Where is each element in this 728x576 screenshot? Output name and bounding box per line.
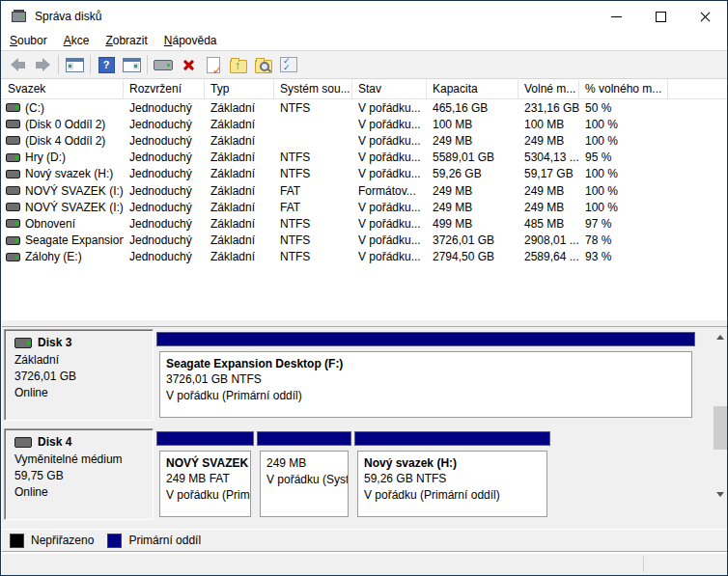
forward-icon	[36, 58, 50, 71]
toolbar-separator	[58, 55, 59, 74]
volume-row[interactable]: (Disk 0 Oddíl 2) Jednoduchý Základní V p…	[2, 116, 728, 132]
partition-status: V pořádku (Primární oddíl)	[364, 487, 546, 504]
partition-color-bar	[156, 332, 695, 346]
scrollbar-thumb[interactable]	[714, 406, 727, 450]
volume-capacity: 249 MB	[427, 201, 518, 214]
volume-name: Hry (D:)	[25, 151, 66, 164]
menu-item[interactable]: Zobrazit	[98, 32, 154, 49]
volume-free-percent: 100 %	[579, 134, 668, 148]
column-header[interactable]: Stav	[352, 80, 427, 98]
legend-swatch	[107, 534, 122, 548]
volume-row[interactable]: (C:) Jednoduchý Základní NTFS V pořádku.…	[2, 99, 728, 116]
partition-title: Nový svazek (H:)	[364, 455, 546, 471]
column-header[interactable]: Typ	[205, 80, 274, 98]
volume-icon	[6, 136, 20, 145]
explore-button[interactable]	[251, 53, 276, 76]
volume-row[interactable]: (Disk 4 Oddíl 2) Jednoduchý Základní V p…	[2, 132, 728, 149]
scroll-down-button[interactable]	[713, 486, 728, 503]
menu-item[interactable]: Soubor	[2, 32, 55, 49]
partition-body: 249 MB V pořádku (Systé	[260, 451, 349, 517]
legend-item: Nepřiřazeno	[10, 534, 107, 548]
disk-management-window: Správa disků Soubor Akce Zobrazit Nápově…	[0, 0, 728, 576]
volume-free-percent: 100 %	[579, 118, 668, 131]
volume-name: (Disk 4 Oddíl 2)	[25, 134, 105, 148]
volume-capacity: 5589,01 GB	[427, 151, 518, 164]
column-header[interactable]: % volného m...	[579, 80, 668, 98]
volume-row[interactable]: Hry (D:) Jednoduchý Základní NTFS V pořá…	[2, 150, 728, 166]
volume-name: (Disk 0 Oddíl 2)	[25, 118, 105, 131]
volume-free: 2589,64 ...	[518, 250, 579, 263]
volume-free: 2908,01 ...	[518, 233, 579, 247]
volume-row[interactable]: Obnovení Jednoduchý Základní NTFS V pořá…	[2, 215, 728, 232]
console-tree-icon	[66, 58, 84, 72]
partition-block[interactable]: NOVÝ SVAZEK 249 MB FAT V pořádku (Prim	[156, 431, 254, 520]
volume-layout: Jednoduchý	[124, 167, 205, 180]
show-console-tree-button[interactable]	[62, 53, 87, 76]
volume-filesystem: NTFS	[274, 151, 352, 164]
column-header[interactable]: Rozvržení	[124, 80, 205, 98]
disk-media-type: Vyměnitelné médium	[14, 452, 153, 468]
volume-status: V pořádku...	[352, 101, 427, 115]
task-list-button[interactable]: ✓✓	[276, 53, 301, 76]
partition-block[interactable]: Nový svazek (H:) 59,26 GB NTFS V pořádku…	[354, 431, 550, 520]
volume-layout: Jednoduchý	[124, 118, 205, 131]
pane-splitter[interactable]	[2, 319, 728, 327]
partition-block[interactable]: 249 MB V pořádku (Systé	[257, 431, 351, 520]
maximize-button[interactable]	[638, 1, 683, 32]
volume-row[interactable]: NOVÝ SVAZEK (I:) Jednoduchý Základní FAT…	[2, 199, 728, 215]
close-button[interactable]	[683, 1, 727, 32]
folder-search-icon	[255, 60, 272, 73]
volume-row[interactable]: Nový svazek (H:) Jednoduchý Základní NTF…	[2, 166, 728, 182]
column-header[interactable]: Volné m...	[518, 80, 579, 98]
partition-status: V pořádku (Systé	[266, 472, 348, 488]
volume-layout: Jednoduchý	[124, 184, 205, 198]
volume-free-percent: 95 %	[579, 151, 668, 164]
volume-type: Základní	[205, 217, 274, 231]
forward-button[interactable]	[30, 53, 55, 76]
volume-row[interactable]: Seagate Expansion... Jednoduchý Základní…	[2, 233, 728, 249]
disk-icon	[14, 437, 32, 448]
check-volume-button[interactable]: ✓	[201, 53, 226, 76]
partition-size-fs: 249 MB FAT	[166, 471, 250, 487]
minimize-icon	[611, 16, 622, 17]
volume-free: 249 MB	[518, 184, 579, 198]
help-button[interactable]: ?	[94, 53, 119, 76]
partition-block[interactable]: Seagate Expansion Desktop (F:) 3726,01 G…	[156, 332, 695, 421]
volume-layout: Jednoduchý	[124, 134, 205, 148]
back-button[interactable]	[5, 53, 30, 76]
delete-button[interactable]	[176, 53, 201, 76]
partition-status: V pořádku (Prim	[166, 487, 250, 504]
minimize-button[interactable]	[594, 1, 638, 32]
legend-label: Nepřiřazeno	[31, 534, 94, 547]
toolbar-separator	[147, 55, 148, 74]
volume-row[interactable]: NOVÝ SVAZEK (I:) Jednoduchý Základní FAT…	[2, 182, 728, 199]
volume-capacity: 3726,01 GB	[427, 233, 518, 247]
menu-item[interactable]: Nápověda	[156, 32, 225, 49]
volume-type: Základní	[205, 201, 274, 214]
disk-name: Disk 3	[38, 336, 71, 349]
volume-capacity: 249 MB	[427, 184, 518, 198]
app-icon	[11, 9, 26, 24]
disk-info-panel[interactable]: Disk 4 Vyměnitelné médium 59,75 GB Onlin…	[4, 428, 154, 520]
back-icon	[11, 58, 25, 71]
task-list-icon: ✓✓	[280, 57, 297, 72]
column-header[interactable]: Kapacita	[427, 80, 518, 98]
vertical-scrollbar[interactable]	[713, 329, 728, 524]
disk-drive-button[interactable]	[151, 53, 176, 76]
column-header[interactable]: Systém sou...	[274, 80, 352, 98]
volume-row[interactable]: Zálohy (E:) Jednoduchý Základní NTFS V p…	[2, 249, 728, 265]
volume-type: Základní	[205, 184, 274, 198]
volume-filesystem: NTFS	[274, 217, 352, 231]
menu-item[interactable]: Akce	[56, 32, 98, 49]
scroll-up-button[interactable]	[713, 329, 728, 345]
volume-free: 231,16 GB	[518, 101, 579, 115]
open-button[interactable]: ↑	[226, 53, 251, 76]
disk-icon	[14, 338, 32, 348]
status-bar	[2, 553, 728, 575]
column-header[interactable]: Svazek	[2, 80, 124, 98]
show-action-pane-button[interactable]	[119, 53, 144, 76]
volume-icon	[6, 236, 20, 245]
delete-icon	[182, 59, 195, 71]
volume-capacity: 100 MB	[427, 118, 518, 131]
disk-info-panel[interactable]: Disk 3 Základní 3726,01 GB Online	[4, 329, 154, 421]
